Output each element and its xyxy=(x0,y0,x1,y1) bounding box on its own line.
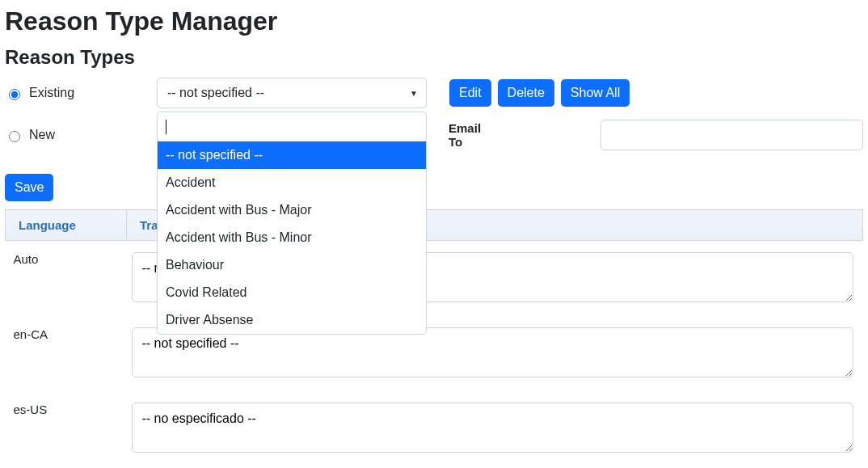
dropdown-option[interactable]: Covid Related xyxy=(158,279,426,306)
edit-button[interactable]: Edit xyxy=(449,79,491,107)
delete-button[interactable]: Delete xyxy=(498,79,554,107)
lang-cell: Auto xyxy=(6,241,127,317)
new-radio-label: New xyxy=(29,128,55,142)
reason-type-dropdown: -- not specified --AccidentAccident with… xyxy=(157,112,427,335)
dropdown-option[interactable]: -- not specified -- xyxy=(158,141,426,169)
dropdown-search-input[interactable] xyxy=(158,112,426,141)
caret-down-icon: ▼ xyxy=(410,89,418,98)
email-to-input[interactable] xyxy=(600,120,863,150)
translation-input[interactable] xyxy=(132,403,853,453)
existing-radio[interactable] xyxy=(9,89,20,100)
reason-type-select-value: -- not specified -- xyxy=(167,86,264,100)
page-title: Reason Type Manager xyxy=(5,6,863,36)
lang-cell: en-CA xyxy=(6,316,127,391)
translation-cell xyxy=(127,391,863,466)
save-button[interactable]: Save xyxy=(5,174,53,201)
reason-type-select[interactable]: -- not specified -- ▼ xyxy=(157,78,427,108)
dropdown-option[interactable]: Accident with Bus - Minor xyxy=(158,224,426,251)
col-header-language: Language xyxy=(6,210,127,241)
new-radio[interactable] xyxy=(9,131,20,142)
text-cursor xyxy=(166,120,166,134)
translation-input[interactable] xyxy=(132,327,853,377)
page-subtitle: Reason Types xyxy=(5,46,863,69)
dropdown-option[interactable]: Accident xyxy=(158,169,426,196)
dropdown-list[interactable]: -- not specified --AccidentAccident with… xyxy=(158,141,426,334)
table-row: en-CA xyxy=(6,316,863,391)
dropdown-option[interactable]: Accident with Bus - Major xyxy=(158,196,426,224)
existing-radio-label: Existing xyxy=(29,86,74,100)
dropdown-option[interactable]: Behaviour xyxy=(158,251,426,279)
table-row: Auto xyxy=(6,241,863,317)
dropdown-option[interactable]: Driver Absense xyxy=(158,306,426,334)
email-to-label: Email To xyxy=(449,121,497,149)
table-row: es-US xyxy=(6,391,863,466)
show-all-button[interactable]: Show All xyxy=(561,79,630,107)
lang-cell: es-US xyxy=(6,391,127,466)
